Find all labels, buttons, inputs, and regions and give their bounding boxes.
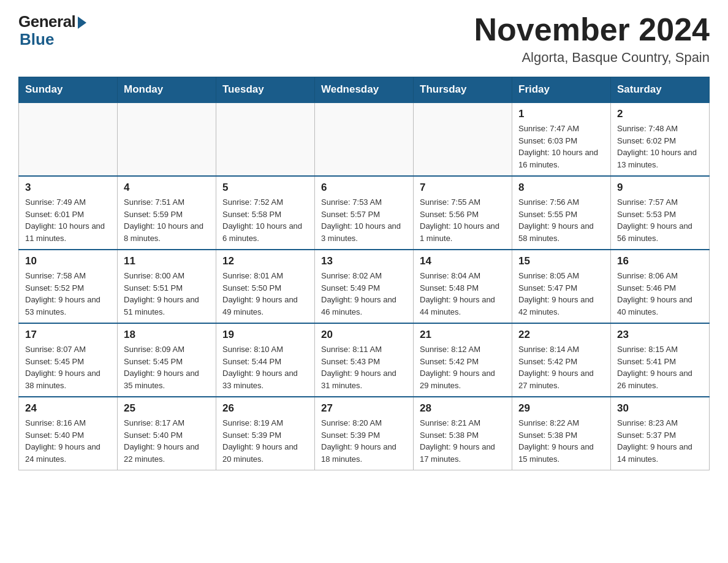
calendar-cell: 9Sunrise: 7:57 AM Sunset: 5:53 PM Daylig…: [611, 176, 710, 250]
calendar-week-row: 3Sunrise: 7:49 AM Sunset: 6:01 PM Daylig…: [19, 176, 710, 250]
logo-general-text: General: [18, 12, 75, 31]
calendar-cell: 7Sunrise: 7:55 AM Sunset: 5:56 PM Daylig…: [414, 176, 512, 250]
day-number: 10: [25, 255, 111, 267]
day-info: Sunrise: 7:51 AM Sunset: 5:59 PM Dayligh…: [124, 196, 210, 244]
calendar-cell: 6Sunrise: 7:53 AM Sunset: 5:57 PM Daylig…: [315, 176, 414, 250]
calendar-cell: 18Sunrise: 8:09 AM Sunset: 5:45 PM Dayli…: [118, 323, 216, 397]
calendar-cell: 5Sunrise: 7:52 AM Sunset: 5:58 PM Daylig…: [216, 176, 315, 250]
day-info: Sunrise: 8:22 AM Sunset: 5:38 PM Dayligh…: [518, 417, 604, 465]
day-info: Sunrise: 7:47 AM Sunset: 6:03 PM Dayligh…: [518, 123, 604, 170]
day-number: 28: [420, 402, 506, 415]
calendar-cell: 14Sunrise: 8:04 AM Sunset: 5:48 PM Dayli…: [414, 250, 512, 323]
day-info: Sunrise: 8:15 AM Sunset: 5:41 PM Dayligh…: [617, 343, 703, 391]
title-block: November 2024 Algorta, Basque Country, S…: [474, 12, 710, 66]
day-info: Sunrise: 8:00 AM Sunset: 5:51 PM Dayligh…: [124, 270, 210, 318]
day-number: 7: [420, 182, 506, 194]
page-header: General Blue November 2024 Algorta, Basq…: [18, 12, 710, 66]
calendar-week-row: 17Sunrise: 8:07 AM Sunset: 5:45 PM Dayli…: [19, 323, 710, 397]
day-info: Sunrise: 7:49 AM Sunset: 6:01 PM Dayligh…: [25, 196, 111, 244]
calendar-cell: 12Sunrise: 8:01 AM Sunset: 5:50 PM Dayli…: [216, 250, 315, 323]
day-number: 2: [617, 108, 703, 120]
day-info: Sunrise: 8:23 AM Sunset: 5:37 PM Dayligh…: [617, 417, 703, 465]
day-info: Sunrise: 7:53 AM Sunset: 5:57 PM Dayligh…: [321, 196, 407, 244]
day-info: Sunrise: 8:17 AM Sunset: 5:40 PM Dayligh…: [124, 417, 210, 465]
calendar-cell: 10Sunrise: 7:58 AM Sunset: 5:52 PM Dayli…: [19, 250, 118, 323]
calendar-cell: 16Sunrise: 8:06 AM Sunset: 5:46 PM Dayli…: [611, 250, 710, 323]
day-info: Sunrise: 8:20 AM Sunset: 5:39 PM Dayligh…: [321, 417, 407, 465]
day-info: Sunrise: 8:10 AM Sunset: 5:44 PM Dayligh…: [222, 343, 308, 391]
day-info: Sunrise: 8:09 AM Sunset: 5:45 PM Dayligh…: [124, 343, 210, 391]
calendar-cell: [414, 102, 512, 176]
calendar-cell: [118, 102, 216, 176]
day-number: 6: [321, 182, 407, 194]
day-number: 9: [617, 182, 703, 194]
day-number: 20: [321, 329, 407, 341]
day-number: 24: [25, 402, 111, 415]
day-info: Sunrise: 8:21 AM Sunset: 5:38 PM Dayligh…: [420, 417, 506, 465]
day-number: 19: [222, 329, 308, 341]
day-info: Sunrise: 7:57 AM Sunset: 5:53 PM Dayligh…: [617, 196, 703, 244]
calendar-cell: 25Sunrise: 8:17 AM Sunset: 5:40 PM Dayli…: [118, 397, 216, 470]
day-number: 1: [518, 108, 604, 120]
day-info: Sunrise: 8:19 AM Sunset: 5:39 PM Dayligh…: [222, 417, 308, 465]
day-info: Sunrise: 7:52 AM Sunset: 5:58 PM Dayligh…: [222, 196, 308, 244]
day-info: Sunrise: 7:48 AM Sunset: 6:02 PM Dayligh…: [617, 123, 703, 170]
page-title: November 2024: [474, 12, 710, 47]
calendar-week-row: 24Sunrise: 8:16 AM Sunset: 5:40 PM Dayli…: [19, 397, 710, 470]
day-number: 29: [518, 402, 604, 415]
calendar-cell: 20Sunrise: 8:11 AM Sunset: 5:43 PM Dayli…: [315, 323, 414, 397]
page-subtitle: Algorta, Basque Country, Spain: [474, 50, 710, 66]
calendar-cell: 17Sunrise: 8:07 AM Sunset: 5:45 PM Dayli…: [19, 323, 118, 397]
day-number: 5: [222, 182, 308, 194]
day-number: 25: [124, 402, 210, 415]
day-number: 18: [124, 329, 210, 341]
calendar-week-row: 1Sunrise: 7:47 AM Sunset: 6:03 PM Daylig…: [19, 102, 710, 176]
calendar-cell: 11Sunrise: 8:00 AM Sunset: 5:51 PM Dayli…: [118, 250, 216, 323]
day-number: 12: [222, 255, 308, 267]
day-info: Sunrise: 8:16 AM Sunset: 5:40 PM Dayligh…: [25, 417, 111, 465]
calendar-cell: 8Sunrise: 7:56 AM Sunset: 5:55 PM Daylig…: [512, 176, 611, 250]
weekday-header-monday: Monday: [118, 77, 216, 103]
calendar-cell: 28Sunrise: 8:21 AM Sunset: 5:38 PM Dayli…: [414, 397, 512, 470]
calendar-cell: 30Sunrise: 8:23 AM Sunset: 5:37 PM Dayli…: [611, 397, 710, 470]
day-number: 13: [321, 255, 407, 267]
day-number: 21: [420, 329, 506, 341]
calendar-cell: 29Sunrise: 8:22 AM Sunset: 5:38 PM Dayli…: [512, 397, 611, 470]
calendar-cell: 3Sunrise: 7:49 AM Sunset: 6:01 PM Daylig…: [19, 176, 118, 250]
calendar-cell: 2Sunrise: 7:48 AM Sunset: 6:02 PM Daylig…: [611, 102, 710, 176]
day-info: Sunrise: 8:05 AM Sunset: 5:47 PM Dayligh…: [518, 270, 604, 318]
calendar-cell: 24Sunrise: 8:16 AM Sunset: 5:40 PM Dayli…: [19, 397, 118, 470]
day-number: 16: [617, 255, 703, 267]
weekday-header-sunday: Sunday: [19, 77, 118, 103]
day-info: Sunrise: 7:56 AM Sunset: 5:55 PM Dayligh…: [518, 196, 604, 244]
weekday-header-wednesday: Wednesday: [315, 77, 414, 103]
day-number: 8: [518, 182, 604, 194]
day-info: Sunrise: 8:14 AM Sunset: 5:42 PM Dayligh…: [518, 343, 604, 391]
weekday-header-saturday: Saturday: [611, 77, 710, 103]
weekday-header-friday: Friday: [512, 77, 611, 103]
calendar-week-row: 10Sunrise: 7:58 AM Sunset: 5:52 PM Dayli…: [19, 250, 710, 323]
weekday-header-thursday: Thursday: [414, 77, 512, 103]
calendar-cell: 19Sunrise: 8:10 AM Sunset: 5:44 PM Dayli…: [216, 323, 315, 397]
day-number: 22: [518, 329, 604, 341]
calendar-header-row: SundayMondayTuesdayWednesdayThursdayFrid…: [19, 77, 710, 103]
day-number: 23: [617, 329, 703, 341]
calendar-cell: 4Sunrise: 7:51 AM Sunset: 5:59 PM Daylig…: [118, 176, 216, 250]
day-info: Sunrise: 8:11 AM Sunset: 5:43 PM Dayligh…: [321, 343, 407, 391]
calendar-cell: [315, 102, 414, 176]
logo-arrow-icon: [78, 17, 86, 29]
day-info: Sunrise: 8:06 AM Sunset: 5:46 PM Dayligh…: [617, 270, 703, 318]
day-info: Sunrise: 8:07 AM Sunset: 5:45 PM Dayligh…: [25, 343, 111, 391]
calendar-cell: 22Sunrise: 8:14 AM Sunset: 5:42 PM Dayli…: [512, 323, 611, 397]
day-info: Sunrise: 8:12 AM Sunset: 5:42 PM Dayligh…: [420, 343, 506, 391]
day-number: 27: [321, 402, 407, 415]
calendar-cell: [216, 102, 315, 176]
logo-blue-text: Blue: [20, 30, 54, 49]
day-number: 30: [617, 402, 703, 415]
day-number: 11: [124, 255, 210, 267]
calendar-cell: [19, 102, 118, 176]
day-number: 3: [25, 182, 111, 194]
day-info: Sunrise: 8:02 AM Sunset: 5:49 PM Dayligh…: [321, 270, 407, 318]
day-number: 26: [222, 402, 308, 415]
calendar-cell: 21Sunrise: 8:12 AM Sunset: 5:42 PM Dayli…: [414, 323, 512, 397]
